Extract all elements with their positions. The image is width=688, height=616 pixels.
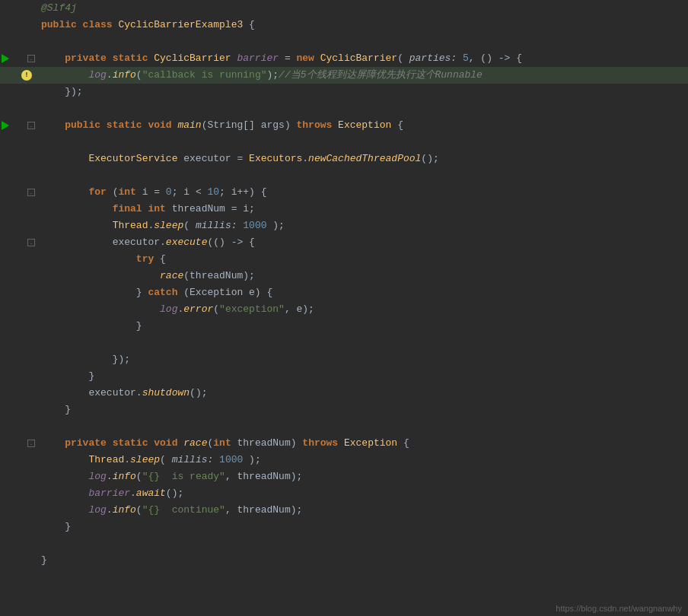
- token: executor: [113, 237, 160, 248]
- token: await: [136, 487, 166, 499]
- token: void: [148, 119, 177, 131]
- token: }: [41, 404, 71, 415]
- token: @Slf4j: [41, 2, 77, 14]
- token: executor: [88, 387, 135, 398]
- token: shutdown: [142, 387, 190, 398]
- code-line: [0, 100, 688, 117]
- token: (: [107, 186, 119, 198]
- token: =: [279, 52, 296, 64]
- token: CyclicBarrier: [154, 52, 237, 64]
- token: try: [136, 253, 154, 265]
- code-line: });: [0, 351, 688, 368]
- token: (() -> {: [207, 237, 254, 248]
- code-line: Thread.sleep( millis: 1000 );: [0, 218, 688, 234]
- line-content: } catch (Exception e) {: [38, 284, 688, 301]
- token: threadNum = i;: [166, 203, 255, 214]
- token: });: [41, 354, 130, 365]
- code-line: log.info("{} is ready", threadNum);: [0, 468, 688, 485]
- token: [41, 237, 113, 248]
- token: log: [88, 69, 106, 81]
- token: newCachedThreadPool: [308, 153, 421, 164]
- line-content: }: [38, 552, 688, 569]
- code-line: Thread.sleep( millis: 1000 );: [0, 452, 688, 468]
- token: (String[] args): [202, 119, 297, 131]
- token: execute: [166, 237, 208, 248]
- code-editor: @Slf4jpublic class CyclicBarrierExample3…: [0, 0, 688, 616]
- code-line: }: [0, 318, 688, 335]
- line-content: [38, 535, 688, 552]
- code-line: race(threadNum);: [0, 268, 688, 284]
- line-content: try {: [38, 251, 688, 268]
- line-content: log.info("{} is ready", threadNum);: [38, 468, 688, 485]
- code-line: try {: [0, 251, 688, 268]
- line-content: [38, 134, 688, 151]
- token: }: [41, 521, 71, 532]
- fold-icon[interactable]: -: [27, 440, 35, 447]
- code-line: }: [0, 368, 688, 385]
- token: class: [83, 19, 119, 30]
- token: ExecutorService: [88, 153, 177, 164]
- arrow-indicator: [2, 54, 9, 63]
- fold-icon[interactable]: -: [27, 189, 35, 196]
- line-content: }: [38, 318, 688, 335]
- fold-icon[interactable]: -: [27, 55, 35, 62]
- token: }: [41, 370, 94, 382]
- code-line: - private static CyclicBarrier barrier =…: [0, 50, 688, 67]
- token: race: [160, 270, 183, 281]
- token: log: [88, 504, 106, 516]
- token: {: [397, 437, 409, 449]
- line-content: @Slf4j: [38, 0, 688, 17]
- code-line: ! log.info("callback is running");//当5个线…: [0, 67, 688, 84]
- code-line: } catch (Exception e) {: [0, 284, 688, 301]
- code-line: public class CyclicBarrierExample3 {: [0, 17, 688, 33]
- token: 5: [457, 52, 469, 64]
- line-content: log.error("exception", e);: [38, 301, 688, 318]
- line-content: }: [38, 368, 688, 385]
- token: (: [136, 504, 142, 516]
- token: "{} continue": [142, 504, 225, 516]
- code-line: executor.shutdown();: [0, 385, 688, 402]
- token: [41, 387, 88, 398]
- token: log: [160, 303, 177, 315]
- token: error: [183, 303, 213, 315]
- line-content: public class CyclicBarrierExample3 {: [38, 17, 688, 33]
- line-content: });: [38, 84, 688, 100]
- fold-icon[interactable]: -: [27, 122, 35, 129]
- code-line: }: [0, 519, 688, 535]
- token: (: [136, 471, 142, 482]
- fold-icon[interactable]: -: [27, 239, 35, 246]
- line-content: [38, 33, 688, 50]
- token: [41, 487, 88, 499]
- token: static: [113, 437, 154, 449]
- token: .: [107, 504, 113, 516]
- token: info: [113, 471, 136, 482]
- token: (Exception e) {: [177, 287, 272, 298]
- line-content: [38, 100, 688, 117]
- line-content: Thread.sleep( millis: 1000 );: [38, 452, 688, 468]
- code-line: [0, 418, 688, 435]
- token: );: [267, 69, 279, 81]
- token: [41, 52, 65, 64]
- token: [41, 119, 65, 131]
- token: (threadNum);: [183, 270, 255, 281]
- token: int: [213, 437, 231, 449]
- token: i =: [136, 186, 166, 198]
- code-line: [0, 335, 688, 351]
- code-line: log.error("exception", e);: [0, 301, 688, 318]
- token: (: [136, 69, 142, 81]
- token: Exception: [344, 437, 397, 449]
- token: private: [65, 437, 112, 449]
- token: throws: [297, 119, 339, 131]
- token: //当5个线程到达屏障优先执行这个Runnable: [279, 69, 483, 81]
- token: {: [391, 119, 403, 131]
- token: );: [243, 454, 260, 465]
- token: throws: [302, 437, 344, 449]
- token: parties:: [403, 52, 457, 64]
- token: ; i++) {: [219, 186, 266, 198]
- token: info: [113, 504, 136, 516]
- token: });: [41, 86, 83, 97]
- token: log: [88, 471, 106, 482]
- token: .: [124, 454, 130, 465]
- code-line: [0, 134, 688, 151]
- code-line: }: [0, 402, 688, 418]
